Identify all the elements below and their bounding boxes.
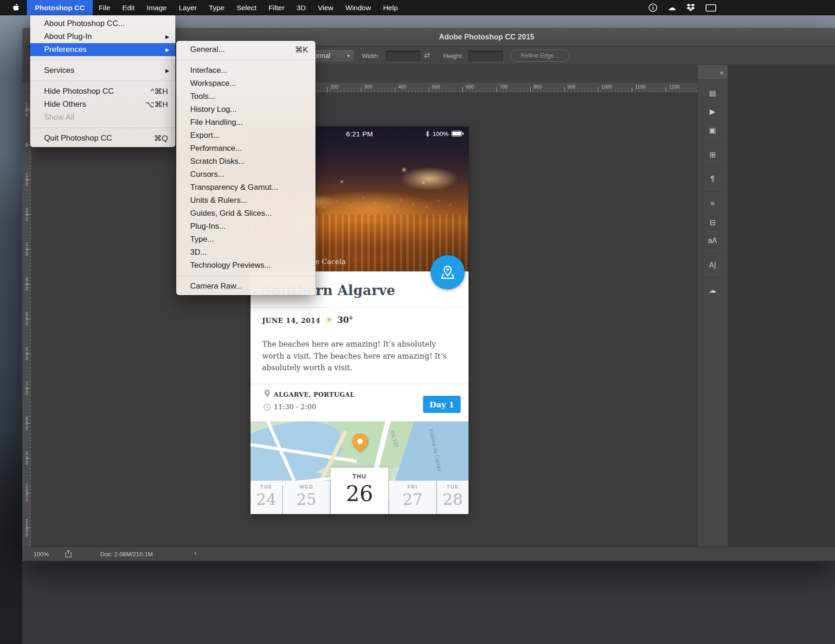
share-icon[interactable] <box>65 550 72 559</box>
menu-item-label: Hide Others <box>44 100 86 109</box>
cloud-panel-icon[interactable]: ☁ <box>702 282 723 298</box>
ruler-number: 100 <box>25 103 29 117</box>
battery-percent: 100% <box>432 130 449 137</box>
menu-item[interactable]: Technology Previews... <box>176 259 315 272</box>
apple-menu-icon[interactable] <box>12 3 19 12</box>
separator-pipe: | <box>318 315 321 324</box>
paragraph-panel-icon[interactable]: ¶ <box>702 171 723 187</box>
menubar-app-name[interactable]: Photoshop CC <box>27 0 93 15</box>
menubar-item[interactable]: 3D <box>290 0 312 15</box>
menu-item-label: History Log... <box>190 105 237 114</box>
menu-item[interactable]: Hide Photoshop CC ^⌘H <box>30 85 175 98</box>
ruler-number: 500 <box>25 312 29 326</box>
menu-item[interactable]: Cursors... <box>176 168 315 181</box>
clock-icon <box>263 404 270 412</box>
menu-item-label: About Photoshop CC... <box>44 19 125 28</box>
glyphs-panel-icon[interactable]: aA <box>702 232 723 249</box>
temperature: 30° <box>337 315 353 325</box>
sun-icon: ☀ <box>325 315 333 325</box>
separator <box>176 60 315 60</box>
separator <box>702 167 723 167</box>
menubar-item[interactable]: Filter <box>263 0 290 15</box>
menu-item-label: Tools... <box>190 92 215 101</box>
menubar: Photoshop CC FileEditImageLayerTypeSelec… <box>0 0 835 15</box>
layer-comps-panel-icon[interactable]: ⊟ <box>702 214 723 231</box>
menu-item-label: General... <box>190 45 225 54</box>
menu-item[interactable]: 3D... <box>176 246 315 259</box>
menubar-item[interactable]: Help <box>377 0 404 15</box>
separator <box>702 191 723 192</box>
day-cell: TUE 28 <box>437 481 469 514</box>
creative-cloud-icon[interactable]: ☁ <box>668 4 676 12</box>
window-title: Adobe Photoshop CC 2015 <box>439 28 534 46</box>
time-range: 11:30 - 2:00 <box>274 403 316 411</box>
menu-item[interactable]: About Photoshop CC... <box>30 17 175 30</box>
dropbox-icon[interactable] <box>687 4 695 12</box>
canvas-area[interactable]: 6:21 PM 100% e Cacela Southern Algarve J… <box>32 93 697 547</box>
menubar-item[interactable]: Edit <box>116 0 141 15</box>
zoom-level[interactable]: 100% <box>33 551 49 558</box>
menubar-item[interactable]: Image <box>141 0 173 15</box>
menu-item[interactable]: General... ⌘K <box>176 43 315 56</box>
menu-item[interactable]: File Handling... <box>176 116 315 129</box>
menu-item[interactable]: Plug-Ins... <box>176 220 315 233</box>
menu-item[interactable]: Transparency & Gamut... <box>176 181 315 194</box>
menu-item-label: Workspace... <box>190 79 236 88</box>
menubar-item[interactable]: Type <box>203 0 231 15</box>
swap-dimensions-icon[interactable]: ⇄ <box>424 51 430 59</box>
refine-edge-button[interactable]: Refine Edge... <box>510 50 570 62</box>
menu-item[interactable]: Quit Photoshop CC ⌘Q <box>30 132 175 145</box>
menu-item: Show All <box>30 111 175 124</box>
menu-item[interactable]: Interface... <box>176 64 315 77</box>
swatches-panel-icon[interactable]: ▤ <box>702 84 723 101</box>
width-label: Width: <box>362 52 379 59</box>
menubar-item[interactable]: Select <box>231 0 263 15</box>
day-number: 24 <box>250 490 282 509</box>
chevron-down-icon: ▾ <box>347 51 350 61</box>
menubar-item[interactable]: Window <box>340 0 377 15</box>
paragraph-styles-panel-icon[interactable]: ≡ <box>702 195 723 212</box>
menu-item[interactable]: Export... <box>176 129 315 142</box>
menu-item[interactable]: Services <box>30 64 175 77</box>
ruler-number: 900 <box>25 451 29 465</box>
day-number: 28 <box>437 490 469 509</box>
menu-item-shortcut: ⌘K <box>295 45 308 55</box>
menu-item[interactable]: About Plug-In <box>30 30 175 43</box>
menu-item[interactable]: Units & Rulers... <box>176 194 315 207</box>
menu-item-shortcut: ⌥⌘H <box>145 100 168 109</box>
menu-item[interactable]: Performance... <box>176 142 315 155</box>
ruler-number: 800 <box>25 417 29 431</box>
styles-panel-icon[interactable]: ▣ <box>702 122 723 138</box>
menu-item[interactable]: Camera Raw... <box>176 280 315 293</box>
menu-item[interactable]: Preferences <box>30 43 175 56</box>
menubar-item[interactable]: File <box>93 0 116 15</box>
arrange-panel-icon[interactable]: ⊞ <box>702 146 723 163</box>
vertical-ruler[interactable]: 100010020030040050060070080090010001100 <box>22 93 32 547</box>
menubar-item[interactable]: Layer <box>173 0 203 15</box>
day-picker: TUE 24 WED 25 THU 26 <box>250 468 469 514</box>
menu-item[interactable]: Hide Others ⌥⌘H <box>30 98 175 111</box>
collapse-panels-button[interactable]: « <box>720 68 724 76</box>
menu-item[interactable]: History Log... <box>176 103 315 116</box>
panel-dock-header: « <box>698 65 727 80</box>
menu-item[interactable]: Guides, Grid & Slices... <box>176 207 315 220</box>
status-chevron-icon[interactable]: › <box>194 549 196 557</box>
separator <box>176 276 315 276</box>
menu-item[interactable]: Tools... <box>176 90 315 103</box>
day-of-week: WED <box>283 484 330 489</box>
menu-item[interactable]: Scratch Disks... <box>176 155 315 168</box>
info-icon[interactable] <box>649 3 657 12</box>
submenu-arrow-icon <box>166 68 169 74</box>
display-icon[interactable] <box>706 4 716 12</box>
photoshop-app-menu: About Photoshop CC... About Plug-In Pref… <box>30 15 175 147</box>
height-input[interactable] <box>469 51 503 61</box>
menu-item[interactable]: Type... <box>176 233 315 246</box>
character-panel-icon[interactable]: A| <box>702 257 723 274</box>
menubar-item[interactable]: View <box>312 0 339 15</box>
width-input[interactable] <box>386 51 420 61</box>
actions-panel-icon[interactable]: ▶ <box>702 103 723 120</box>
menu-item-label: Camera Raw... <box>190 282 242 291</box>
ruler-number: 700 <box>498 83 532 92</box>
ruler-number: 600 <box>464 83 498 92</box>
menu-item[interactable]: Workspace... <box>176 77 315 90</box>
